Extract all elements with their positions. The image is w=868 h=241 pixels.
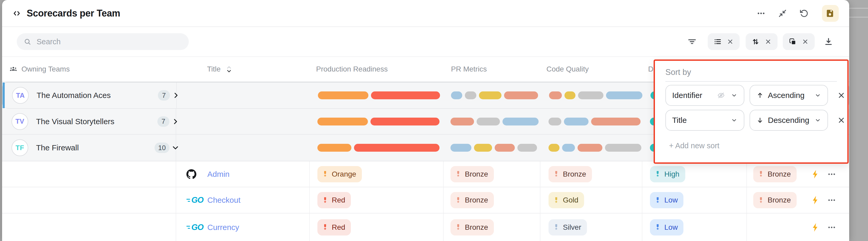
- score-distribution-bars: [549, 117, 641, 126]
- team-count-badge: 10: [155, 142, 169, 153]
- column-label: Title: [207, 65, 221, 73]
- medal-icon: [321, 170, 329, 178]
- save-button[interactable]: [822, 5, 839, 22]
- lightning-icon[interactable]: [810, 169, 820, 179]
- badge-label: Bronze: [465, 223, 488, 232]
- lightning-icon[interactable]: [810, 222, 820, 232]
- sort-panel: Sort by Identifier Ascending: [654, 59, 849, 164]
- medal-icon: [654, 197, 661, 204]
- remove-sort-2-button[interactable]: [832, 110, 849, 131]
- go-logo-icon: GO: [186, 223, 204, 232]
- team-avatar: TF: [11, 139, 28, 156]
- column-header-title[interactable]: Title: [207, 57, 231, 81]
- sort-field-select-2[interactable]: Title: [665, 110, 744, 131]
- bar-segment-blue: [562, 144, 575, 152]
- badge-label: Gold: [563, 196, 578, 204]
- service-link[interactable]: Checkout: [207, 196, 241, 205]
- row-menu-icon[interactable]: [827, 196, 836, 205]
- bar-segment-blue: [606, 91, 642, 99]
- undo-icon[interactable]: [800, 9, 808, 18]
- team-name: The Firewall: [36, 143, 79, 152]
- lightning-icon[interactable]: [810, 195, 820, 205]
- filter-icon[interactable]: [688, 33, 696, 50]
- service-row[interactable]: AdminOrangeBronzeBronzeHighBronze: [2, 161, 849, 187]
- bar-segment-red: [370, 117, 439, 126]
- level-badge-bronze: Bronze: [549, 166, 592, 182]
- search-input[interactable]: [37, 37, 173, 46]
- arrow-down-icon: [756, 116, 764, 124]
- score-distribution-bars: [317, 144, 439, 152]
- sort-pill[interactable]: [746, 33, 778, 50]
- medal-icon: [321, 224, 329, 231]
- background-row-line: [849, 8, 868, 9]
- medal-icon: [321, 197, 329, 204]
- level-badge-bronze: Bronze: [451, 192, 494, 208]
- column-divider: [746, 187, 747, 213]
- bar-segment-yellow: [549, 144, 559, 152]
- score-distribution-bars: [549, 91, 642, 99]
- stack-icon: [789, 38, 797, 46]
- medal-icon: [757, 197, 765, 204]
- column-divider: [443, 161, 444, 187]
- collapse-icon[interactable]: [778, 9, 787, 18]
- service-link[interactable]: Currency: [207, 223, 239, 232]
- column-divider: [540, 161, 540, 187]
- clear-sort-icon[interactable]: [765, 38, 772, 45]
- bar-segment-blue: [451, 144, 471, 152]
- level-badge-bronze: Bronze: [753, 166, 797, 182]
- clear-stack-icon[interactable]: [802, 38, 809, 45]
- service-row[interactable]: GOCheckoutRedBronzeGoldLowBronze: [2, 187, 849, 214]
- team-count-badge: 7: [157, 116, 169, 127]
- search-icon: [24, 38, 31, 46]
- bar-segment-yellow: [564, 91, 576, 99]
- row-menu-icon[interactable]: [827, 170, 836, 179]
- sort-direction-select-1[interactable]: Ascending: [750, 85, 828, 106]
- more-options-icon[interactable]: [756, 9, 766, 18]
- row-menu-icon[interactable]: [827, 223, 836, 232]
- group-by-pill[interactable]: [708, 33, 740, 50]
- column-divider: [176, 161, 176, 187]
- medal-icon: [455, 197, 462, 204]
- eye-off-icon: [717, 91, 725, 99]
- level-badge-orange: Orange: [317, 166, 362, 182]
- add-new-sort-link[interactable]: + Add new sort: [669, 141, 719, 150]
- column-label: PR Metrics: [451, 65, 487, 73]
- search-box[interactable]: [17, 33, 189, 50]
- stack-pill[interactable]: [783, 33, 815, 50]
- service-link[interactable]: Admin: [207, 170, 229, 179]
- column-label: D: [648, 65, 653, 73]
- badge-label: Orange: [332, 170, 356, 179]
- column-divider: [642, 161, 642, 187]
- column-divider: [746, 214, 747, 241]
- bar-segment-salmon: [495, 144, 515, 152]
- team-icon: [9, 65, 17, 73]
- score-distribution-bars: [451, 117, 538, 126]
- column-divider: [642, 214, 642, 241]
- badge-label: Red: [332, 223, 345, 232]
- team-avatar: TA: [12, 87, 29, 104]
- divider: [665, 81, 837, 82]
- sort-direction-select-2[interactable]: Descending: [750, 110, 828, 131]
- clear-group-icon[interactable]: [727, 38, 734, 45]
- code-icon: [12, 9, 21, 18]
- chevron-right-icon[interactable]: [172, 91, 180, 99]
- bar-segment-salmon: [451, 117, 474, 126]
- download-icon[interactable]: [824, 33, 833, 50]
- score-distribution-bars: [318, 91, 440, 99]
- column-divider: [176, 214, 176, 241]
- column-divider: [176, 187, 176, 213]
- chevron-right-icon[interactable]: [172, 117, 179, 126]
- column-header-code-quality: Code Quality: [547, 57, 589, 81]
- sort-arrows-icon: [752, 38, 760, 46]
- bar-segment-salmon: [591, 117, 641, 126]
- badge-label: Bronze: [465, 170, 488, 179]
- badge-label: Bronze: [465, 196, 488, 204]
- remove-sort-1-button[interactable]: [832, 85, 849, 106]
- background-row-line: [849, 17, 868, 18]
- level-badge-low: Low: [650, 219, 683, 236]
- column-divider: [540, 214, 540, 241]
- service-row[interactable]: GOCurrencyRedBronzeSilverLow: [2, 214, 849, 241]
- sort-field-select-1[interactable]: Identifier: [665, 85, 744, 106]
- arrow-up-icon: [756, 92, 764, 99]
- chevron-down-icon[interactable]: [172, 144, 179, 152]
